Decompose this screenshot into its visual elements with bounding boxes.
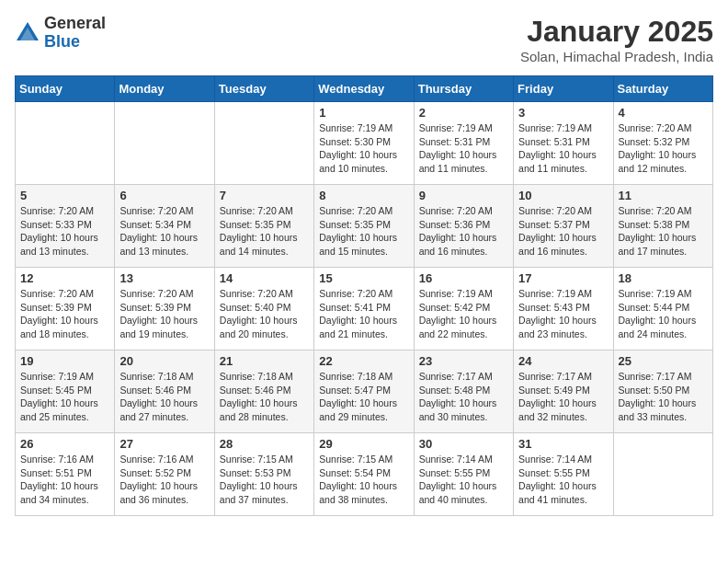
day-number-22: 22 [319,354,408,368]
cell-w4-d3: 29Sunrise: 7:15 AM Sunset: 5:54 PM Dayli… [314,433,414,516]
calendar-subtitle: Solan, Himachal Pradesh, India [520,49,713,64]
day-info-31: Sunrise: 7:14 AM Sunset: 5:55 PM Dayligh… [518,453,608,507]
cell-w2-d3: 15Sunrise: 7:20 AM Sunset: 5:41 PM Dayli… [314,268,414,350]
day-info-19: Sunrise: 7:19 AM Sunset: 5:45 PM Dayligh… [20,370,109,424]
cell-w3-d4: 23Sunrise: 7:17 AM Sunset: 5:48 PM Dayli… [414,350,513,433]
cell-w0-d4: 2Sunrise: 7:19 AM Sunset: 5:31 PM Daylig… [414,102,513,185]
calendar-table: Sunday Monday Tuesday Wednesday Thursday… [15,75,713,516]
day-number-11: 11 [619,189,708,202]
cell-w1-d3: 8Sunrise: 7:20 AM Sunset: 5:35 PM Daylig… [314,185,414,268]
header-monday: Monday [115,76,214,102]
cell-w3-d6: 25Sunrise: 7:17 AM Sunset: 5:50 PM Dayli… [613,350,712,433]
day-number-12: 12 [20,271,109,285]
day-info-27: Sunrise: 7:16 AM Sunset: 5:52 PM Dayligh… [119,453,209,507]
day-info-26: Sunrise: 7:16 AM Sunset: 5:51 PM Dayligh… [20,453,109,507]
header-wednesday: Wednesday [314,76,414,102]
day-info-12: Sunrise: 7:20 AM Sunset: 5:39 PM Dayligh… [20,287,109,341]
day-number-14: 14 [220,271,309,285]
day-number-29: 29 [319,437,408,451]
day-info-9: Sunrise: 7:20 AM Sunset: 5:36 PM Dayligh… [419,204,508,259]
day-number-18: 18 [619,271,708,285]
day-info-23: Sunrise: 7:17 AM Sunset: 5:48 PM Dayligh… [419,370,508,424]
day-number-20: 20 [119,354,209,368]
day-number-17: 17 [518,271,608,285]
cell-w4-d1: 27Sunrise: 7:16 AM Sunset: 5:52 PM Dayli… [115,433,214,516]
cell-w1-d0: 5Sunrise: 7:20 AM Sunset: 5:33 PM Daylig… [16,185,115,268]
week-row-1: 5Sunrise: 7:20 AM Sunset: 5:33 PM Daylig… [16,185,713,268]
day-info-25: Sunrise: 7:17 AM Sunset: 5:50 PM Dayligh… [619,370,708,424]
cell-w2-d1: 13Sunrise: 7:20 AM Sunset: 5:39 PM Dayli… [115,268,214,350]
day-info-1: Sunrise: 7:19 AM Sunset: 5:30 PM Dayligh… [319,121,408,176]
cell-w3-d1: 20Sunrise: 7:18 AM Sunset: 5:46 PM Dayli… [115,350,214,433]
logo-text: General Blue [44,15,106,52]
day-info-24: Sunrise: 7:17 AM Sunset: 5:49 PM Dayligh… [518,370,608,424]
header-saturday: Saturday [613,76,712,102]
day-number-23: 23 [419,354,508,368]
day-info-4: Sunrise: 7:20 AM Sunset: 5:32 PM Dayligh… [619,121,708,176]
day-info-30: Sunrise: 7:14 AM Sunset: 5:55 PM Dayligh… [419,453,508,507]
day-number-28: 28 [220,437,309,451]
day-number-3: 3 [518,106,608,120]
day-info-7: Sunrise: 7:20 AM Sunset: 5:35 PM Dayligh… [220,204,309,259]
week-row-3: 19Sunrise: 7:19 AM Sunset: 5:45 PM Dayli… [16,350,713,433]
day-info-16: Sunrise: 7:19 AM Sunset: 5:42 PM Dayligh… [419,287,508,341]
header-friday: Friday [514,76,613,102]
day-number-13: 13 [119,271,209,285]
day-info-18: Sunrise: 7:19 AM Sunset: 5:44 PM Dayligh… [619,287,708,341]
week-row-4: 26Sunrise: 7:16 AM Sunset: 5:51 PM Dayli… [16,433,713,516]
logo-blue-text: Blue [44,33,106,52]
page: General Blue January 2025 Solan, Himacha… [0,0,728,531]
cell-w0-d5: 3Sunrise: 7:19 AM Sunset: 5:31 PM Daylig… [514,102,613,185]
cell-w1-d6: 11Sunrise: 7:20 AM Sunset: 5:38 PM Dayli… [613,185,712,268]
day-number-2: 2 [419,106,508,120]
cell-w1-d1: 6Sunrise: 7:20 AM Sunset: 5:34 PM Daylig… [115,185,214,268]
cell-w2-d0: 12Sunrise: 7:20 AM Sunset: 5:39 PM Dayli… [16,268,115,350]
cell-w1-d2: 7Sunrise: 7:20 AM Sunset: 5:35 PM Daylig… [214,185,313,268]
day-number-21: 21 [220,354,309,368]
day-info-5: Sunrise: 7:20 AM Sunset: 5:33 PM Dayligh… [20,204,109,259]
day-number-4: 4 [619,106,708,120]
cell-w4-d6 [613,433,712,516]
header-sunday: Sunday [16,76,115,102]
day-number-7: 7 [220,189,309,202]
day-info-15: Sunrise: 7:20 AM Sunset: 5:41 PM Dayligh… [319,287,408,341]
day-number-19: 19 [20,354,109,368]
cell-w0-d3: 1Sunrise: 7:19 AM Sunset: 5:30 PM Daylig… [314,102,414,185]
day-number-6: 6 [119,189,209,202]
header-tuesday: Tuesday [214,76,313,102]
day-info-21: Sunrise: 7:18 AM Sunset: 5:46 PM Dayligh… [220,370,309,424]
header-thursday: Thursday [414,76,513,102]
day-info-8: Sunrise: 7:20 AM Sunset: 5:35 PM Dayligh… [319,204,408,259]
day-number-31: 31 [518,437,608,451]
week-row-0: 1Sunrise: 7:19 AM Sunset: 5:30 PM Daylig… [16,102,713,185]
cell-w4-d0: 26Sunrise: 7:16 AM Sunset: 5:51 PM Dayli… [16,433,115,516]
cell-w2-d6: 18Sunrise: 7:19 AM Sunset: 5:44 PM Dayli… [613,268,712,350]
day-info-6: Sunrise: 7:20 AM Sunset: 5:34 PM Dayligh… [119,204,209,259]
day-number-25: 25 [619,354,708,368]
cell-w0-d0 [16,102,115,185]
week-row-2: 12Sunrise: 7:20 AM Sunset: 5:39 PM Dayli… [16,268,713,350]
cell-w2-d2: 14Sunrise: 7:20 AM Sunset: 5:40 PM Dayli… [214,268,313,350]
day-number-26: 26 [20,437,109,451]
day-info-11: Sunrise: 7:20 AM Sunset: 5:38 PM Dayligh… [619,204,708,259]
logo-icon [15,20,40,46]
day-number-8: 8 [319,189,408,202]
day-info-20: Sunrise: 7:18 AM Sunset: 5:46 PM Dayligh… [119,370,209,424]
logo-general-text: General [44,15,106,33]
cell-w0-d6: 4Sunrise: 7:20 AM Sunset: 5:32 PM Daylig… [613,102,712,185]
cell-w3-d0: 19Sunrise: 7:19 AM Sunset: 5:45 PM Dayli… [16,350,115,433]
day-info-17: Sunrise: 7:19 AM Sunset: 5:43 PM Dayligh… [518,287,608,341]
day-info-10: Sunrise: 7:20 AM Sunset: 5:37 PM Dayligh… [518,204,608,259]
day-info-13: Sunrise: 7:20 AM Sunset: 5:39 PM Dayligh… [119,287,209,341]
day-info-22: Sunrise: 7:18 AM Sunset: 5:47 PM Dayligh… [319,370,408,424]
day-info-29: Sunrise: 7:15 AM Sunset: 5:54 PM Dayligh… [319,453,408,507]
day-info-3: Sunrise: 7:19 AM Sunset: 5:31 PM Dayligh… [518,121,608,176]
day-number-1: 1 [319,106,408,120]
title-block: January 2025 Solan, Himachal Pradesh, In… [520,15,713,64]
cell-w0-d2 [214,102,313,185]
logo: General Blue [15,15,106,52]
cell-w3-d5: 24Sunrise: 7:17 AM Sunset: 5:49 PM Dayli… [514,350,613,433]
day-number-24: 24 [518,354,608,368]
day-number-10: 10 [518,189,608,202]
day-number-30: 30 [419,437,508,451]
